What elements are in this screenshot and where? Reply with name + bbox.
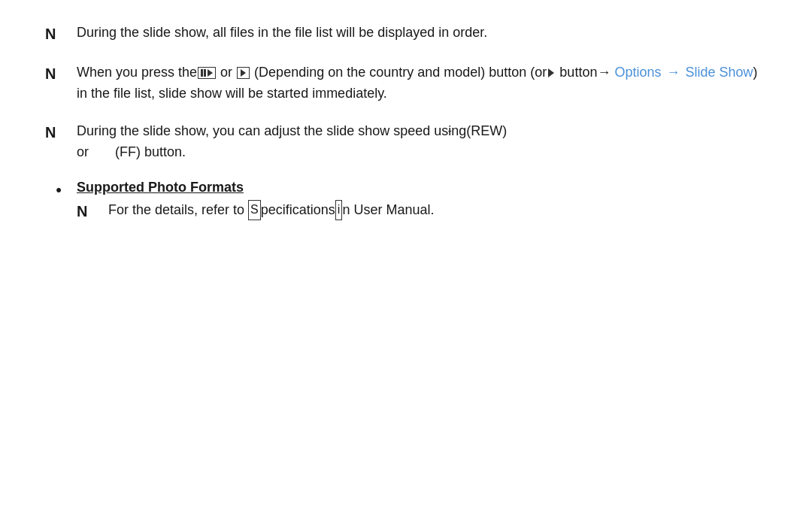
bullet-section: • Supported Photo Formats N For the deta… [45, 180, 767, 223]
spec-icon: S [248, 200, 261, 220]
note-marker-1: N [45, 23, 72, 46]
options-link: Options [614, 65, 661, 80]
bullet-content: Supported Photo Formats N For the detail… [77, 180, 767, 223]
note-marker-3: N [45, 121, 72, 144]
note-marker-2: N [45, 62, 72, 86]
supported-photo-formats-title: Supported Photo Formats [77, 180, 767, 195]
page-content: N During the slide show, all files in th… [0, 0, 812, 253]
note-text-1: During the slide show, all files in the … [77, 23, 767, 44]
note-text-3: During the slide show, you can adjust th… [77, 121, 767, 163]
in-icon: i [335, 200, 343, 220]
bullet-marker: • [45, 180, 72, 201]
note-text-2: When you press the or (Depending on the … [77, 62, 767, 104]
play-pause-icon [198, 67, 216, 79]
note-item-1: N During the slide show, all files in th… [45, 23, 767, 46]
play-icon [237, 67, 250, 79]
sub-note-text: For the details, refer to Specifications… [108, 200, 767, 221]
arrow-icon: → [666, 65, 680, 80]
note-item-3: N During the slide show, you can adjust … [45, 121, 767, 163]
note-item-2: N When you press the or (Depending on th… [45, 62, 767, 104]
slide-show-link: Slide Show [685, 65, 753, 80]
sub-note: N For the details, refer to Specificatio… [77, 200, 767, 223]
sub-note-marker: N [77, 200, 104, 223]
